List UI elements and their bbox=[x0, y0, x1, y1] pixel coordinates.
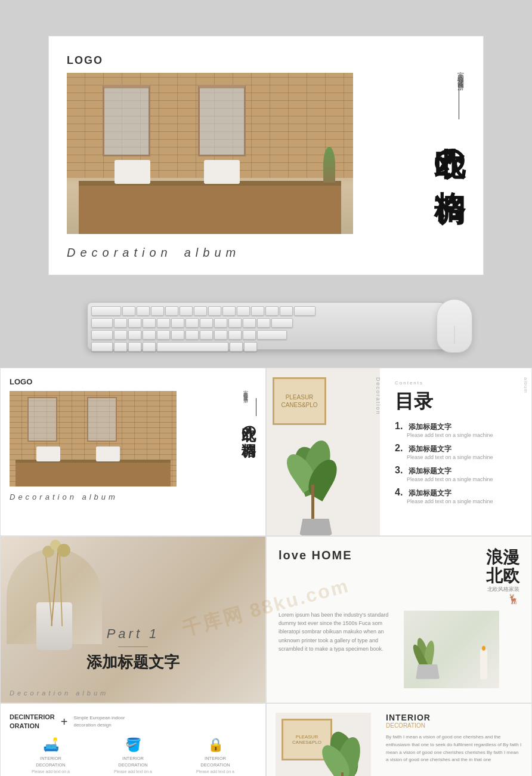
slide2-logo: LOGO bbox=[10, 377, 256, 386]
hero-vertical-line bbox=[459, 84, 459, 119]
slide-3: PLEASURCANES&PLO Decoration alb bbox=[266, 368, 532, 536]
slide2-vline bbox=[256, 398, 256, 416]
slide-4: Part 1 添加标题文字 Decoration album bbox=[0, 536, 266, 703]
key bbox=[237, 306, 250, 316]
toc-item-4: 4. 添加标题文字 Please add text on a single ma… bbox=[395, 487, 522, 504]
hero-footer: Decoration album bbox=[67, 246, 465, 260]
key bbox=[143, 318, 156, 328]
key bbox=[228, 330, 242, 340]
slide5-text: Lorem ipsum has been the industry's stan… bbox=[279, 611, 398, 688]
hero-small-text: 室内装修宣传画册 bbox=[456, 66, 465, 81]
key bbox=[91, 342, 113, 352]
grid-row-3: DECINTERIOR ORATION + Simple European in… bbox=[0, 703, 532, 776]
key bbox=[91, 306, 121, 316]
mouse bbox=[437, 299, 472, 353]
key bbox=[114, 318, 127, 328]
hero-footer-album: album bbox=[184, 246, 240, 260]
key bbox=[122, 306, 135, 316]
key bbox=[143, 342, 156, 352]
key bbox=[151, 306, 164, 316]
slide2-chinese: 北欧の格调 bbox=[241, 416, 256, 432]
key bbox=[228, 318, 242, 328]
key bbox=[114, 330, 127, 340]
icon-item-3: 🔒 INTERIORDECORATIONPlease add text on a… bbox=[191, 737, 239, 776]
slide6-brand: DECINTERIOR ORATION bbox=[10, 713, 55, 731]
key bbox=[294, 306, 316, 316]
spacebar bbox=[157, 342, 228, 352]
key bbox=[180, 306, 193, 316]
key bbox=[243, 318, 256, 328]
key bbox=[257, 318, 270, 328]
grid-row-2: Part 1 添加标题文字 Decoration album love HOME… bbox=[0, 536, 532, 703]
icon-2-label: INTERIORDECORATIONPlease add text on a s… bbox=[109, 755, 157, 776]
key bbox=[91, 330, 113, 340]
slide-6: DECINTERIOR ORATION + Simple European in… bbox=[0, 703, 266, 776]
toc-list: 1. 添加标题文字 Please add text on a single ma… bbox=[389, 421, 522, 504]
slide-2: LOGO 室内装修宣传画册 bbox=[0, 368, 266, 536]
icon-item-2: 🪣 INTERIORDECORATIONPlease add text on a… bbox=[109, 737, 157, 776]
key bbox=[128, 318, 141, 328]
key bbox=[257, 330, 287, 340]
icon-item-1: 🛋️ INTERIORDECORATIONPlease add text on … bbox=[27, 737, 75, 776]
key bbox=[91, 318, 113, 328]
key bbox=[214, 318, 227, 328]
toc-sub-1: Please add text on a single machine bbox=[407, 432, 522, 438]
slide5-body: Lorem ipsum has been the industry's stan… bbox=[279, 611, 519, 688]
interior-sub: DECORATION bbox=[386, 722, 522, 729]
lock-icon: 🔒 bbox=[191, 737, 239, 753]
part-label: Part 1 bbox=[1, 626, 265, 642]
slide4-content: Part 1 添加标题文字 bbox=[1, 626, 265, 673]
hero-chinese-title: 北欧の格调 bbox=[434, 122, 465, 173]
toc-sub-2: Please add text on a single machine bbox=[407, 454, 522, 460]
slide3-plant bbox=[284, 434, 344, 535]
key bbox=[114, 342, 127, 352]
grid-row-1: LOGO 室内装修宣传画册 bbox=[0, 368, 532, 536]
slide2-footer: Decoration album bbox=[10, 492, 256, 501]
interior-body: By faith I mean a vision of good one che… bbox=[386, 734, 522, 764]
key bbox=[208, 306, 221, 316]
hero-logo: LOGO bbox=[67, 54, 465, 67]
key bbox=[165, 306, 178, 316]
key bbox=[157, 330, 170, 340]
key bbox=[194, 306, 207, 316]
key bbox=[200, 330, 213, 340]
key bbox=[200, 318, 213, 328]
key bbox=[251, 306, 264, 316]
slide-5: love HOME 浪漫 北欧 北欧风格家装 🦌 Lorem ipsum has… bbox=[266, 536, 532, 703]
toc-item-1: 1. 添加标题文字 Please add text on a single ma… bbox=[395, 421, 522, 438]
broom-icon: 🪣 bbox=[109, 737, 157, 753]
plus-icon: + bbox=[61, 715, 68, 729]
key bbox=[280, 306, 293, 316]
love-home-title: love HOME bbox=[279, 549, 352, 562]
key bbox=[171, 330, 184, 340]
slide-7: PLEASURCANES&PLO INTERIOR DE bbox=[266, 703, 532, 776]
key bbox=[222, 306, 236, 316]
slide3-album-label: album bbox=[523, 377, 528, 393]
key bbox=[128, 342, 141, 352]
slide3-image: PLEASURCANES&PLO bbox=[267, 368, 380, 535]
deer-icon: 🦌 bbox=[486, 593, 519, 605]
slide5-cn-sub: 北欧风格家装 bbox=[486, 586, 519, 593]
toc-sub-4: Please add text on a single machine bbox=[407, 498, 522, 504]
slide6-header: DECINTERIOR ORATION + Simple European in… bbox=[10, 713, 256, 731]
slide3-right: Decoration album Contents 目录 1. 添加标题文字 P… bbox=[380, 368, 531, 535]
toc-title-4: 添加标题文字 bbox=[409, 489, 451, 497]
key bbox=[185, 330, 199, 340]
slide6-icons: 🛋️ INTERIORDECORATIONPlease add text on … bbox=[10, 737, 256, 776]
toc-title-3: 添加标题文字 bbox=[409, 467, 451, 475]
part-title: 添加标题文字 bbox=[1, 652, 265, 673]
toc-item-2: 2. 添加标题文字 Please add text on a single ma… bbox=[395, 443, 522, 460]
slide-hero: LOGO 室内装修宣传画册 北欧の格调 bbox=[48, 36, 484, 275]
key bbox=[243, 330, 256, 340]
toc-item-3: 3. 添加标题文字 Please add text on a single ma… bbox=[395, 465, 522, 482]
slide5-cn-deco: 浪漫 北欧 北欧风格家装 🦌 bbox=[486, 549, 519, 605]
slide2-image bbox=[10, 391, 177, 486]
icon-3-label: INTERIORDECORATIONPlease add text on a s… bbox=[191, 755, 239, 776]
slide6-desc: Simple European indoor decoration design bbox=[73, 715, 133, 729]
key bbox=[271, 318, 293, 328]
slide2-right: 室内装修宣传画册 北欧の格调 bbox=[241, 386, 256, 432]
slide5-header: love HOME 浪漫 北欧 北欧风格家装 🦌 bbox=[279, 549, 519, 605]
hero-footer-decoration: Decoration bbox=[67, 246, 172, 260]
key bbox=[171, 318, 184, 328]
key bbox=[157, 318, 170, 328]
